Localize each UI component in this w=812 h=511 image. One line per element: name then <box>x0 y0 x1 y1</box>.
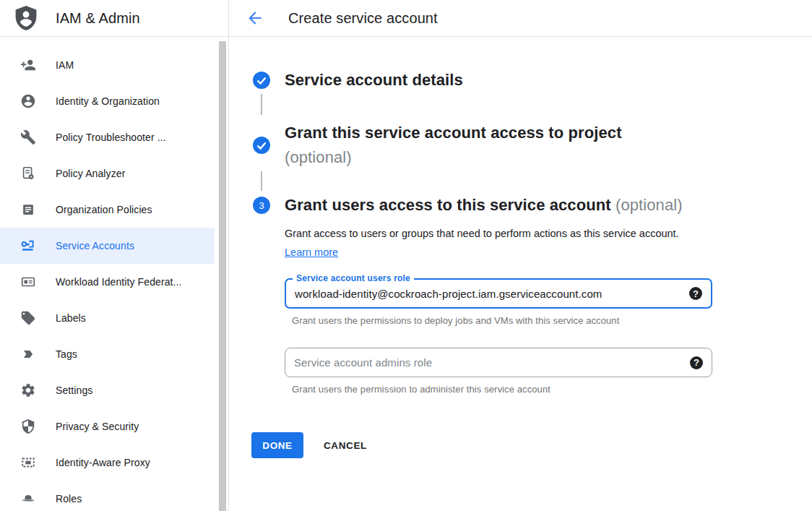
step-2-title: Grant this service account access to pro… <box>285 121 622 170</box>
sidebar-item-label: Identity-Aware Proxy <box>56 457 150 468</box>
label-tag-icon <box>20 310 36 326</box>
sidebar-item-label: Tags <box>56 348 77 360</box>
sidebar: IAM & Admin IAM Identity & Organization … <box>0 0 229 511</box>
sidebar-item-label: Organization Policies <box>56 204 152 215</box>
tag-arrow-icon <box>20 346 36 362</box>
wrench-icon <box>20 129 36 145</box>
account-circle-icon <box>20 93 36 109</box>
sidebar-item-organization-policies[interactable]: Organization Policies <box>0 192 215 228</box>
badge-card-icon <box>20 274 36 290</box>
sidebar-item-settings[interactable]: Settings <box>0 372 215 408</box>
step-2-grant-access-to-project: Grant this service account access to pro… <box>253 121 812 170</box>
step-1-service-account-details: Service account details <box>253 70 812 90</box>
learn-more-link[interactable]: Learn more <box>285 246 338 258</box>
iam-admin-console: IAM & Admin IAM Identity & Organization … <box>0 0 812 511</box>
sidebar-item-iam[interactable]: IAM <box>0 47 215 83</box>
sidebar-item-label: Settings <box>56 385 92 396</box>
gear-icon <box>20 382 36 398</box>
article-icon <box>20 202 36 218</box>
sidebar-item-label: Privacy & Security <box>56 421 139 432</box>
optional-tag: (optional) <box>285 145 622 170</box>
cancel-button[interactable]: CANCEL <box>324 440 367 451</box>
step-3-grant-users-access: 3 Grant users access to this service acc… <box>253 195 812 215</box>
sidebar-item-policy-troubleshooter[interactable]: Policy Troubleshooter ... <box>0 119 215 155</box>
help-icon[interactable] <box>689 287 702 300</box>
person-add-icon <box>20 57 36 73</box>
sidebar-header: IAM & Admin <box>0 0 228 37</box>
step-3-description: Grant access to users or groups that nee… <box>285 224 688 262</box>
sidebar-item-identity-aware-proxy[interactable]: Identity-Aware Proxy <box>0 445 215 481</box>
service-account-admins-role-input[interactable] <box>294 356 684 369</box>
sidebar-item-label: Policy Troubleshooter ... <box>56 132 166 143</box>
step-connector <box>261 94 262 115</box>
step-3-number-circle: 3 <box>253 197 270 214</box>
sidebar-item-label: Workload Identity Federat... <box>56 276 182 288</box>
service-account-users-role-field: Service account users role <box>285 278 712 309</box>
done-button[interactable]: DONE <box>251 432 303 458</box>
page-title: Create service account <box>288 10 438 27</box>
sidebar-item-label: Policy Analyzer <box>56 168 125 179</box>
create-service-account-stepper: Service account details Grant this servi… <box>229 37 812 458</box>
main-panel: Create service account Service account d… <box>229 0 812 511</box>
back-button[interactable] <box>246 9 264 27</box>
sidebar-nav: IAM Identity & Organization Policy Troub… <box>0 37 215 511</box>
sidebar-item-privacy-security[interactable]: Privacy & Security <box>0 408 215 445</box>
product-title: IAM & Admin <box>56 10 140 27</box>
sidebar-item-workload-identity-federation[interactable]: Workload Identity Federat... <box>0 264 215 300</box>
sidebar-item-labels[interactable]: Labels <box>0 300 215 336</box>
sidebar-item-service-accounts[interactable]: Service Accounts <box>0 228 215 264</box>
users-role-helper-text: Grant users the permissions to deploy jo… <box>292 315 812 326</box>
service-account-key-icon <box>20 238 36 254</box>
shield-half-icon <box>20 418 36 434</box>
sidebar-item-identity-organization[interactable]: Identity & Organization <box>0 83 215 119</box>
form-actions: DONE CANCEL <box>251 432 812 458</box>
admins-role-helper-text: Grant users the permission to administer… <box>292 384 812 395</box>
arrow-back-icon <box>246 9 264 27</box>
step-connector <box>261 171 262 191</box>
policy-analyzer-icon <box>20 166 36 181</box>
step-3-form: Grant access to users or groups that nee… <box>285 224 812 395</box>
sidebar-item-label: Roles <box>56 493 82 504</box>
sidebar-item-label: Identity & Organization <box>56 95 160 107</box>
topbar: Create service account <box>229 0 812 37</box>
proxy-frame-icon <box>20 455 36 471</box>
step-3-title: Grant users access to this service accou… <box>285 195 683 215</box>
hat-icon <box>20 491 36 507</box>
help-icon[interactable] <box>690 356 703 369</box>
sidebar-item-roles[interactable]: Roles <box>0 481 215 511</box>
sidebar-item-tags[interactable]: Tags <box>0 336 215 372</box>
optional-tag: (optional) <box>616 196 683 214</box>
sidebar-item-label: IAM <box>56 59 74 71</box>
sidebar-item-policy-analyzer[interactable]: Policy Analyzer <box>0 155 215 192</box>
step-1-check-circle-icon <box>253 72 270 89</box>
step-2-check-circle-icon <box>253 137 270 154</box>
field-label: Service account users role <box>293 273 414 283</box>
step-1-title: Service account details <box>285 70 463 90</box>
sidebar-scrollbar[interactable] <box>219 41 226 511</box>
iam-shield-person-icon <box>14 6 38 30</box>
service-account-admins-role-field <box>285 348 712 377</box>
sidebar-item-label: Service Accounts <box>56 240 134 252</box>
service-account-users-role-input[interactable] <box>295 288 683 300</box>
sidebar-item-label: Labels <box>56 312 86 324</box>
